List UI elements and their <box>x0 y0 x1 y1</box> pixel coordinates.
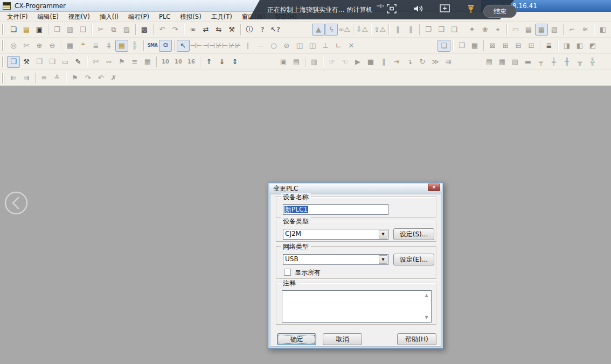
help-button[interactable]: 帮助(H) <box>397 333 436 345</box>
print-preview-icon[interactable]: ❑ <box>77 24 89 36</box>
stack-view-icon[interactable]: ❒ <box>455 40 468 52</box>
redo-icon[interactable]: ↷ <box>169 24 182 36</box>
find-icon[interactable]: ∞ <box>186 24 199 36</box>
replace-icon[interactable]: ⇄ <box>199 24 212 36</box>
scroll-down-icon[interactable]: ▼ <box>423 314 430 321</box>
pin-icon[interactable] <box>466 3 476 16</box>
contact-no-icon[interactable]: ⊣⊢ <box>190 40 203 52</box>
resume-hand-icon[interactable]: ☜ <box>338 56 351 68</box>
online-edit-icon[interactable]: ❑ <box>448 24 461 36</box>
list-collapse-icon[interactable]: ≙ <box>51 72 64 84</box>
menu-edit[interactable]: 编辑(E) <box>33 12 64 22</box>
transfer-from-plc-icon[interactable]: ⇧⚠ <box>373 24 386 36</box>
sim-save-icon[interactable]: ▣ <box>277 56 290 68</box>
window-address-icon[interactable]: ▭ <box>59 56 72 68</box>
data-trace-icon[interactable]: ◧ <box>596 24 609 36</box>
monitor-select-icon[interactable] <box>439 3 451 16</box>
differentiate-down-icon[interactable]: ↶ <box>94 72 107 84</box>
toolbar-grip[interactable] <box>2 73 5 83</box>
pause-monitor-icon[interactable]: ∥ <box>391 24 404 36</box>
dialog-title-bar[interactable]: 变更PLC <box>269 184 442 193</box>
cut-rung-icon[interactable]: ✄ <box>89 56 102 68</box>
cancel-button[interactable]: 取消 <box>323 333 362 345</box>
toolbar-grip[interactable] <box>2 57 5 67</box>
pause-hand-icon[interactable]: ☞ <box>325 56 338 68</box>
paste-clipboard-icon[interactable]: ▩ <box>138 24 151 36</box>
fast-forward-icon[interactable]: ≫ <box>429 56 442 68</box>
step-out-icon[interactable]: ↻ <box>416 56 429 68</box>
compile-all-icon[interactable]: ❒ <box>435 24 448 36</box>
ci-view-icon[interactable]: CI <box>159 40 172 52</box>
horizontal-line-icon[interactable]: — <box>254 40 267 52</box>
signed-10-icon[interactable]: 10 <box>172 56 185 68</box>
contact-or-no-icon[interactable]: ⊬⊢ <box>216 40 228 52</box>
network-settings-button[interactable]: 设定(E)... <box>393 254 434 265</box>
show-windows-icon[interactable]: ❐ <box>7 56 20 68</box>
toolbar-grip[interactable] <box>2 40 5 51</box>
sma-view-icon[interactable]: SMA <box>146 40 159 52</box>
menu-program[interactable]: 编程(P) <box>123 12 154 22</box>
chevron-down-icon[interactable]: ▼ <box>379 255 387 264</box>
menu-file[interactable]: 文件(F) <box>2 12 33 22</box>
print-icon[interactable]: ▥ <box>64 24 77 36</box>
ok-button[interactable]: 确定 <box>277 333 316 345</box>
window-output-icon[interactable]: ❐ <box>33 56 46 68</box>
new-file-icon[interactable]: ❏ <box>7 24 20 36</box>
step-next-icon[interactable]: ⇥ <box>390 56 403 68</box>
sim-window-icon[interactable]: ▥ <box>308 56 321 68</box>
spool-icon[interactable]: ∾ <box>102 56 115 68</box>
online-simulator-icon[interactable]: ϟ <box>325 24 338 36</box>
menu-plc[interactable]: PLC <box>154 12 175 22</box>
select-tool-icon[interactable]: ↖ <box>177 40 190 52</box>
save-icon[interactable]: ▣ <box>33 24 46 36</box>
address-ab-icon[interactable]: ⚒ <box>225 24 238 36</box>
download-changes-icon[interactable]: ⇓ <box>216 56 228 68</box>
coil-icon[interactable]: ○ <box>267 40 280 52</box>
rung-comment-icon[interactable]: ❝ <box>77 40 89 52</box>
list-normal-icon[interactable]: ≣ <box>38 72 51 84</box>
show-all-checkbox[interactable] <box>284 269 291 276</box>
network-t4-icon[interactable]: ╦ <box>573 56 586 68</box>
compile-program-icon[interactable]: ❐ <box>422 24 435 36</box>
send-cancel-icon[interactable]: ⌖ <box>491 24 504 36</box>
line-delete-icon[interactable]: ✕ <box>345 40 358 52</box>
help-icon[interactable]: ? <box>256 24 269 36</box>
panel-right-icon[interactable]: ◨ <box>560 40 573 52</box>
force-cancel-icon[interactable]: ✗ <box>107 72 120 84</box>
network-t2-icon[interactable]: ╪ <box>547 56 560 68</box>
run-mode-icon[interactable]: ▧ <box>548 24 561 36</box>
function-invert-icon[interactable]: ⊥ <box>319 40 332 52</box>
network-type-combo[interactable]: USB ▼ <box>283 254 388 265</box>
note-list-icon[interactable]: ≡ <box>128 56 141 68</box>
sim-play-icon[interactable]: ▶ <box>351 56 364 68</box>
zoom-in-icon[interactable]: ⊕ <box>33 40 46 52</box>
contact-or-nc-icon[interactable]: ⊬⊬ <box>228 40 241 52</box>
fullscreen-icon[interactable] <box>386 3 397 16</box>
network-t1-icon[interactable]: ╤ <box>534 56 547 68</box>
work-online-icon[interactable]: ▲ <box>312 24 325 36</box>
panel-left-icon[interactable]: ◧ <box>573 40 586 52</box>
debug-mode-icon[interactable]: ▤ <box>522 24 535 36</box>
monitor-warning-icon[interactable]: ∞⚠ <box>338 24 351 36</box>
device-name-input[interactable]: 新PLC1 <box>283 204 388 215</box>
grid-toggle-icon[interactable]: ▦ <box>64 40 77 52</box>
hex-16-icon[interactable]: 16 <box>185 56 198 68</box>
address-m-icon[interactable]: ⊡ <box>525 40 538 52</box>
end-session-button[interactable]: 结束 <box>483 5 517 18</box>
sim-stop-icon[interactable]: ■ <box>364 56 377 68</box>
address-z-icon[interactable]: ⊠ <box>486 40 499 52</box>
monitor-mode-icon[interactable]: ▦ <box>535 24 548 36</box>
open-file-icon[interactable]: ▤ <box>20 24 33 36</box>
step-trace-icon[interactable]: ⌐ <box>566 24 579 36</box>
rung-wrap-icon[interactable]: ⋕ <box>102 40 115 52</box>
page-search-icon[interactable]: ❐ <box>51 24 64 36</box>
bookmark-icon[interactable]: ⚑ <box>115 56 128 68</box>
rail-pattern-1-icon[interactable]: ▤ <box>483 56 496 68</box>
build-tool-icon[interactable]: ⚒ <box>20 56 33 68</box>
line-connect-icon[interactable]: ∟ <box>332 40 345 52</box>
time-chart-icon[interactable]: ≋ <box>579 24 592 36</box>
upload-changes-icon[interactable]: ⇑ <box>203 56 216 68</box>
zoom-to-fit-icon[interactable]: ◎ <box>7 40 20 52</box>
copy-icon[interactable]: ⧉ <box>107 24 120 36</box>
io-comment-list-icon[interactable]: ≣ <box>543 40 556 52</box>
